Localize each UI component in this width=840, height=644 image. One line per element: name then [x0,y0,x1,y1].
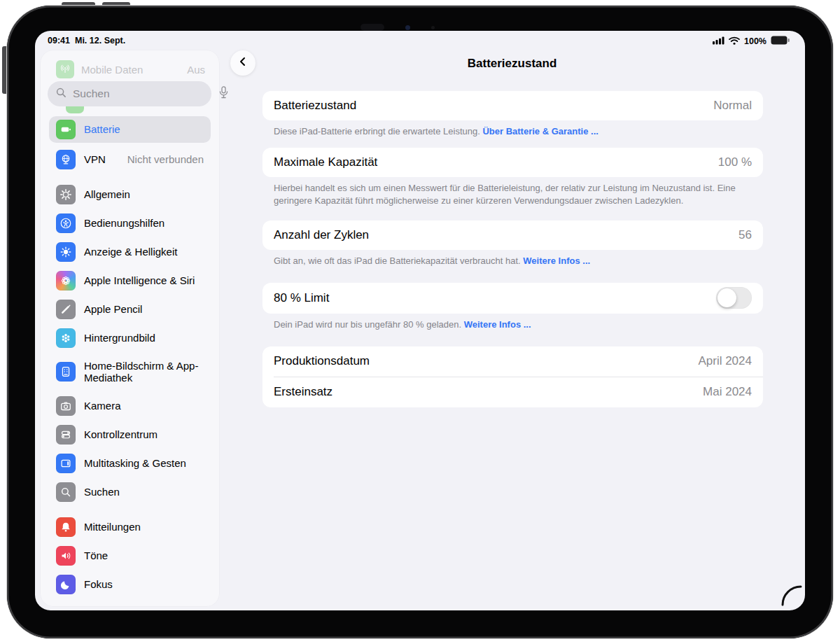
row-label: Anzahl der Zyklen [274,228,738,242]
nav-group-gap [49,174,211,180]
row-value: 100 % [718,155,752,169]
gear-icon [56,185,76,204]
sidebar-item-detail: Nicht verbunden [127,153,204,165]
row-value: April 2024 [698,354,752,368]
sidebar-item-label: Hintergrundbild [84,332,204,344]
sidebar-item-label: Anzeige & Helligkeit [84,246,204,258]
sidebar-item-label: Töne [84,550,204,561]
sidebar-item-label: Kamera [84,400,204,412]
cycle-info-link[interactable]: Weitere Infos ... [523,255,590,266]
footer-text: Dein iPad wird nur bis ungefähr 80 % gel… [274,319,464,330]
charge-limit-card: 80 % Limit [262,283,763,314]
settings-groups: Batteriezustand Normal Diese iPad-Batter… [262,91,763,407]
row-label: Batteriezustand [274,99,713,113]
limit-info-link[interactable]: Weitere Infos ... [464,319,531,330]
home-screen-icon [56,362,76,382]
sidebar-item-label: Mobile Daten [81,64,180,76]
nav-group-gap [49,506,211,512]
footer-text: Gibt an, wie oft das iPad die Batterieka… [274,255,523,266]
battery-health-page: Batteriezustand Batteriezustand Normal D… [219,31,805,610]
sidebar-item-label: Fokus [84,578,204,590]
sidebar-item-apple-intelligence-siri[interactable]: Apple Intelligence & Siri [49,266,211,295]
sidebar-item-batterie[interactable]: Batterie [49,116,211,143]
sidebar-item-bedienungshilfen[interactable]: Bedienungshilfen [49,209,211,237]
status-date: Mi. 12. Sept. [75,36,125,46]
sidebar-nav: Batterie VPN Nicht verbunden Allgemein [49,116,211,598]
sidebar-item-suchen[interactable]: Suchen [49,477,211,506]
sidebar-item-anzeige-helligkeit[interactable]: Anzeige & Helligkeit [49,237,211,266]
sidebar-item-kontrollzentrum[interactable]: Kontrollzentrum [49,420,211,449]
sidebar-item-label: Multitasking & Gesten [84,457,204,469]
search-field[interactable] [48,81,211,106]
sidebar-item-vpn[interactable]: VPN Nicht verbunden [49,145,211,174]
sidebar-item-apple-pencil[interactable]: Apple Pencil [49,295,211,323]
row-label: 80 % Limit [274,291,716,305]
group-footer: Hierbei handelt es sich um einen Messwer… [274,182,752,207]
vpn-icon [56,150,76,169]
sidebar-item-toene[interactable]: Töne [49,541,211,570]
sidebar-item-label: Allgemein [84,188,204,200]
wallpaper-flower-icon [56,328,76,348]
focus-moon-icon [56,575,76,594]
footer-text: Diese iPad-Batterie erbringt die erwarte… [274,126,482,136]
sound-speaker-icon [56,546,76,566]
group-footer: Diese iPad-Batterie erbringt die erwarte… [274,125,752,138]
sidebar-item-label: VPN [84,153,119,165]
row-value: Mai 2024 [703,385,752,399]
sidebar-item-label: Apple Pencil [84,303,204,315]
row-value: 56 [738,228,752,242]
sidebar-item-hintergrundbild[interactable]: Hintergrundbild [49,323,211,352]
settings-sidebar: Mobile Daten Aus Batterie [41,50,219,606]
mobile-data-icon [56,60,74,78]
battery-health-card: Batteriezustand Normal [262,91,763,120]
sun-icon [56,242,76,262]
search-tile-icon [56,482,76,502]
control-center-icon [56,425,76,444]
table-row: 80 % Limit [262,283,763,314]
sidebar-item-multitasking-gesten[interactable]: Multitasking & Gesten [49,449,211,477]
pencil-icon [56,300,76,319]
cycle-count-card: Anzahl der Zyklen 56 [262,220,763,250]
settings-app-screen: 09:41 Mi. 12. Sept. 100% Mobile Daten Au… [35,31,805,610]
battery-dates-card: Produktionsdatum April 2024 Ersteinsatz … [262,346,763,407]
table-row: Anzahl der Zyklen 56 [262,220,763,250]
battery-warranty-link[interactable]: Über Batterie & Garantie ... [482,126,598,136]
sidebar-item-mobile-daten[interactable]: Mobile Daten Aus [56,59,205,80]
camera-icon [56,396,76,416]
sidebar-item-label: Suchen [84,486,204,498]
charge-limit-toggle[interactable] [716,287,752,309]
notifications-bell-icon [56,517,76,537]
sidebar-item-label: Home-Bildschirm & App-Mediathek [84,360,204,384]
corner-gesture-arc [780,584,804,608]
page-title: Batteriezustand [219,57,805,71]
sidebar-item-label: Batterie [84,123,204,135]
front-camera-lens [405,25,410,30]
row-label: Maximale Kapazität [274,155,718,169]
row-label: Ersteinsatz [274,385,703,399]
multitasking-icon [56,454,76,473]
sidebar-item-home-bildschirm[interactable]: Home-Bildschirm & App-Mediathek [49,352,211,391]
sidebar-item-value: Aus [187,64,205,76]
sidebar-item-mitteilungen[interactable]: Mitteilungen [49,512,211,541]
table-row: Produktionsdatum April 2024 [262,346,763,377]
table-row: Batteriezustand Normal [262,91,763,120]
status-time: 09:41 [48,36,70,46]
sidebar-item-label: Mitteilungen [84,521,204,533]
group-footer: Gibt an, wie oft das iPad die Batterieka… [274,255,752,267]
sidebar-item-kamera[interactable]: Kamera [49,391,211,420]
battery-icon [56,120,76,139]
toggle-knob [718,288,736,307]
sidebar-item-fokus[interactable]: Fokus [49,570,211,598]
sidebar-item-label: Apple Intelligence & Siri [84,274,204,286]
search-icon [56,88,66,101]
max-capacity-card: Maximale Kapazität 100 % [262,148,763,177]
table-row: Maximale Kapazität 100 % [262,148,763,177]
sidebar-item-allgemein[interactable]: Allgemein [49,180,211,209]
apple-intelligence-icon [56,271,76,290]
sidebar-item-label: Kontrollzentrum [84,428,204,440]
sidebar-item-label: Bedienungshilfen [84,217,204,229]
row-label: Produktionsdatum [274,354,698,368]
group-footer: Dein iPad wird nur bis ungefähr 80 % gel… [274,318,752,331]
camera-sensor-oval [360,24,384,31]
search-input[interactable] [71,87,214,101]
